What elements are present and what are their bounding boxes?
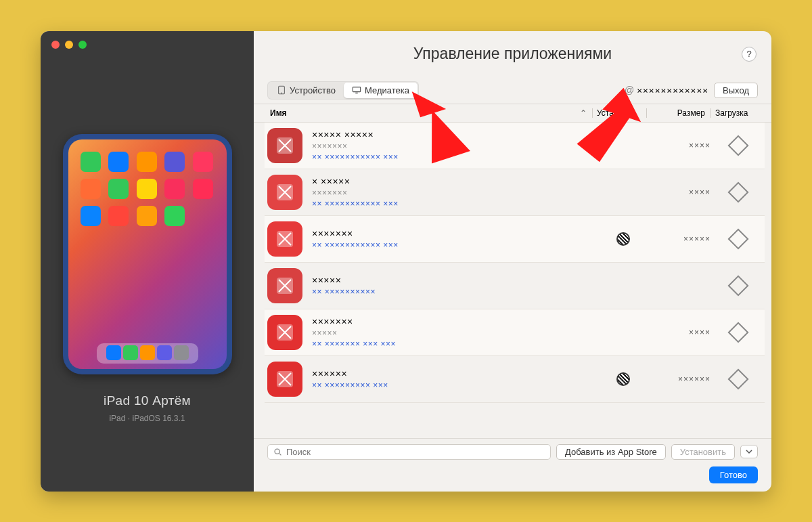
app-name-label: ××××× <box>312 275 596 286</box>
install-menu-button[interactable] <box>740 445 758 458</box>
app-description: ×× ××××××××××× ××× <box>312 240 596 250</box>
view-segment: Устройство Медиатека <box>267 81 419 100</box>
download-icon <box>727 322 748 343</box>
device-screen <box>68 139 227 369</box>
done-button[interactable]: Готово <box>709 466 758 483</box>
col-size-header[interactable]: Размер <box>646 108 710 118</box>
app-icon <box>267 315 302 350</box>
app-name-label: ××××××× <box>312 228 596 239</box>
display-icon <box>352 85 361 95</box>
logout-button[interactable]: Выход <box>714 83 758 98</box>
search-field[interactable] <box>267 444 551 460</box>
download-cell[interactable] <box>715 325 762 340</box>
tab-device[interactable]: Устройство <box>269 83 344 98</box>
add-from-app-store-button[interactable]: Добавить из App Store <box>556 444 666 460</box>
app-list[interactable]: ××××× ×××××××××××××× ××××××××××× ×××××××… <box>254 123 771 438</box>
app-icon <box>267 362 302 397</box>
app-meta: ××××× ×××××××××××××× ××××××××××× ××× <box>312 129 596 162</box>
device-subtitle: iPad · iPadOS 16.3.1 <box>109 414 185 423</box>
zoom-window-button[interactable] <box>78 41 87 49</box>
app-meta: ××××××× ×××××××××× <box>312 275 596 297</box>
download-cell[interactable] <box>715 232 762 246</box>
minimize-window-button[interactable] <box>65 41 73 49</box>
installed-indicator <box>596 232 650 246</box>
download-icon <box>727 135 748 156</box>
app-icon <box>267 268 302 303</box>
app-name-label: ××××××× <box>312 316 596 327</box>
download-icon <box>727 228 748 249</box>
sort-indicator: ⌃ <box>580 108 592 118</box>
download-cell[interactable] <box>715 278 762 293</box>
main-panel: Управление приложениями ? Устройство Мед… <box>254 31 771 492</box>
tab-library-label: Медиатека <box>365 85 409 95</box>
svg-rect-2 <box>353 87 360 92</box>
app-row[interactable]: ×××××××××××××× ××××××× ××× ××××××× <box>265 309 765 356</box>
sidebar: iPad 10 Артём iPad · iPadOS 16.3.1 <box>41 31 254 492</box>
col-download-header[interactable]: Загрузка <box>710 108 758 118</box>
app-description: ×× ××××××××××× ××× <box>312 199 596 209</box>
close-window-button[interactable] <box>51 41 60 49</box>
at-icon: @ <box>625 85 634 95</box>
tab-library[interactable]: Медиатека <box>344 83 418 98</box>
app-subtitle: ××××× <box>312 328 596 338</box>
help-button[interactable]: ? <box>742 47 757 62</box>
download-cell[interactable] <box>715 372 762 387</box>
app-meta: ×××××××× ××××××××× ××× <box>312 368 596 390</box>
app-size: ×××× <box>650 328 715 337</box>
app-row[interactable]: × ×××××××××××××× ××××××××××× ××××××× <box>265 169 765 216</box>
app-icon <box>267 221 302 257</box>
footer: Добавить из App Store Установить Готово <box>254 438 771 492</box>
search-icon <box>273 448 282 456</box>
tab-device-label: Устройство <box>290 85 336 95</box>
app-meta: ×××××××××××××× ××××××× ××× ××× <box>312 316 596 349</box>
account-email: ×××××××××××× <box>637 85 708 95</box>
download-icon <box>727 275 748 296</box>
app-size: ×××× <box>650 188 715 197</box>
download-icon <box>727 181 748 202</box>
window-controls <box>51 41 87 49</box>
device-name: iPad 10 Артём <box>104 393 191 408</box>
app-subtitle: ××××××× <box>312 142 596 151</box>
install-button[interactable]: Установить <box>671 444 735 460</box>
svg-line-11 <box>279 453 281 454</box>
app-meta: × ×××××××××××××× ××××××××××× ××× <box>312 176 596 209</box>
app-description: ×× ××××××× ××× ××× <box>312 339 596 349</box>
svg-point-10 <box>275 449 279 454</box>
account-info: @ ×××××××××××× <box>625 85 708 95</box>
device-preview <box>63 134 232 374</box>
app-row[interactable]: ×××××××× ××××××××× ××××××××× <box>265 356 765 403</box>
app-size: ×××× <box>650 141 715 150</box>
app-icon <box>267 175 302 210</box>
app-name-label: ××××× ××××× <box>312 129 596 140</box>
app-row[interactable]: ××××××× ×××××××××× <box>265 263 765 309</box>
app-name-label: ×××××× <box>312 368 596 379</box>
app-description: ×× ××××××××××× ××× <box>312 152 596 162</box>
search-input[interactable] <box>286 447 545 457</box>
app-name-label: × ××××× <box>312 176 596 187</box>
app-size: ××××× <box>650 234 715 244</box>
col-name-header[interactable]: Имя <box>267 108 580 118</box>
page-title: Управление приложениями <box>413 45 612 63</box>
app-subtitle: ××××××× <box>312 188 596 198</box>
app-row[interactable]: ××××× ×××××××××××××× ××××××××××× ××××××× <box>265 123 765 169</box>
app-row[interactable]: ××××××××× ××××××××××× ×××××××× <box>265 216 765 263</box>
column-headers: Имя ⌃ Установ... Размер Загрузка <box>254 104 771 123</box>
col-installed-header[interactable]: Установ... <box>592 108 646 118</box>
app-description: ×× ×××××××××× <box>312 287 596 297</box>
download-cell[interactable] <box>715 185 762 200</box>
app-icon <box>267 128 302 163</box>
installed-indicator <box>596 372 650 386</box>
toolbar: Устройство Медиатека @ ×××××××××××× Выхо… <box>254 77 771 104</box>
app-description: ×× ××××××××× ××× <box>312 380 596 390</box>
titlebar: Управление приложениями ? <box>254 31 771 77</box>
app-window: iPad 10 Артём iPad · iPadOS 16.3.1 Управ… <box>41 31 771 492</box>
app-size: ×××××× <box>650 374 715 384</box>
download-icon <box>727 368 748 389</box>
app-meta: ××××××××× ××××××××××× ××× <box>312 228 596 250</box>
download-cell[interactable] <box>715 138 762 153</box>
tablet-icon <box>277 85 286 95</box>
chevron-down-icon <box>745 448 753 456</box>
